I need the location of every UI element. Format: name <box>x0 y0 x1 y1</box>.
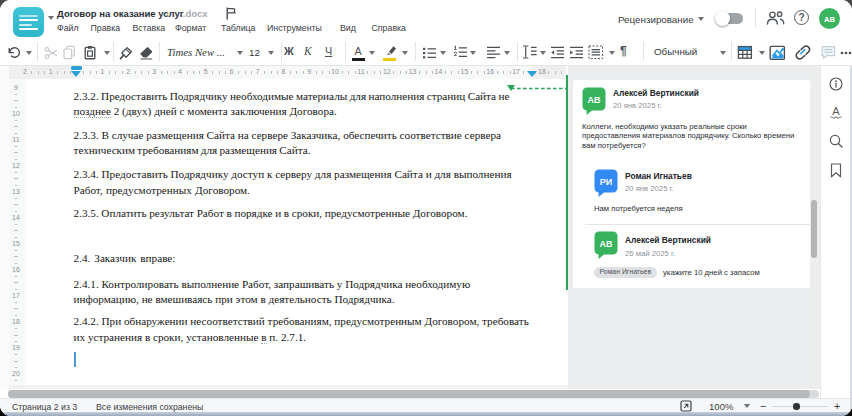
svg-text:РИ: РИ <box>600 177 612 187</box>
svg-text:А: А <box>832 105 840 117</box>
svg-text:АВ: АВ <box>588 95 601 105</box>
svg-text:АВ: АВ <box>600 239 613 249</box>
